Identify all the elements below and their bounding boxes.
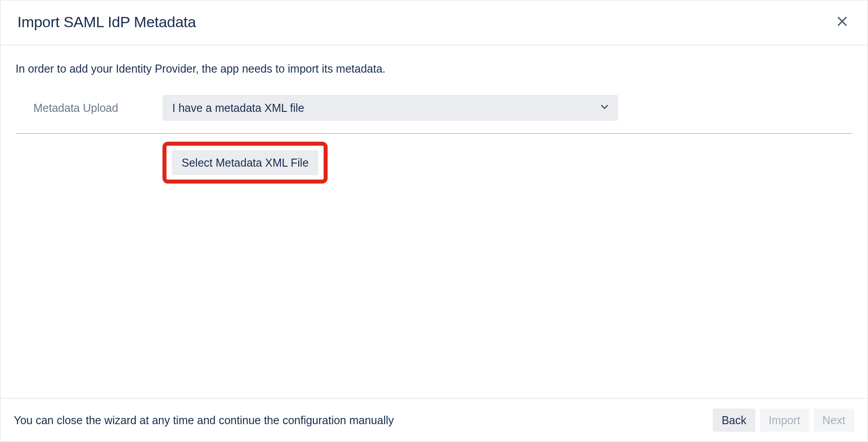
select-metadata-file-button[interactable]: Select Metadata XML File (172, 150, 318, 175)
dialog-header: Import SAML IdP Metadata (0, 0, 868, 45)
import-saml-dialog: Import SAML IdP Metadata In order to add… (0, 0, 868, 442)
chevron-down-icon (600, 104, 608, 112)
metadata-upload-select-wrap: I have a metadata XML file (162, 95, 618, 121)
next-button[interactable]: Next (814, 409, 854, 432)
dialog-title: Import SAML IdP Metadata (17, 13, 196, 31)
footer-buttons: Back Import Next (713, 409, 854, 432)
close-icon (836, 16, 848, 29)
highlight-annotation: Select Metadata XML File (162, 142, 328, 184)
file-select-row: Select Metadata XML File (16, 134, 852, 184)
instruction-text: In order to add your Identity Provider, … (16, 62, 852, 75)
dialog-footer: You can close the wizard at any time and… (0, 398, 868, 442)
metadata-upload-row: Metadata Upload I have a metadata XML fi… (16, 95, 852, 134)
import-button[interactable]: Import (760, 409, 809, 432)
footer-hint: You can close the wizard at any time and… (14, 414, 394, 427)
metadata-upload-select[interactable]: I have a metadata XML file (162, 95, 618, 121)
close-button[interactable] (834, 13, 851, 31)
dialog-body: In order to add your Identity Provider, … (0, 45, 868, 398)
metadata-upload-value: I have a metadata XML file (172, 102, 304, 115)
back-button[interactable]: Back (713, 409, 755, 432)
metadata-upload-label: Metadata Upload (16, 102, 146, 115)
